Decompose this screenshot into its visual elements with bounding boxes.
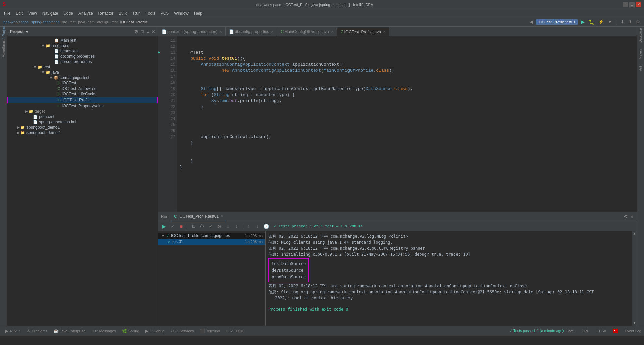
bc-java[interactable]: java — [78, 20, 85, 24]
tree-item-person-props[interactable]: 📄 person.properties — [7, 59, 158, 64]
bc-atguigu[interactable]: atguigu — [97, 20, 109, 24]
run-again-button[interactable]: ▶ — [160, 223, 168, 230]
run-output-scrollbar[interactable]: ▲ ▼ — [632, 231, 637, 326]
tab-close[interactable]: ✕ — [383, 30, 386, 34]
tree-item-beans-xml[interactable]: 📄 beans.xml — [7, 48, 158, 54]
version-control-push[interactable]: ⬆ — [627, 19, 633, 25]
event-log-label[interactable]: Event Log — [625, 329, 641, 333]
maven-icon[interactable]: Maven — [0, 49, 7, 56]
database-icon[interactable]: Database — [639, 28, 642, 43]
settings-icon[interactable]: ⚙ — [624, 214, 628, 219]
tree-item-maintest[interactable]: 📋 MainTest — [7, 38, 158, 43]
expand-button[interactable]: ↕ — [224, 223, 232, 230]
tab-debug[interactable]: ▶ 5: Debug — [143, 328, 167, 334]
menu-run[interactable]: Run — [130, 10, 143, 16]
scroll-down-arrow[interactable]: ▼ — [633, 321, 635, 325]
scroll-down-button[interactable]: ↓ — [254, 223, 261, 230]
bc-spring-annotation[interactable]: spring-annotation — [31, 20, 60, 24]
tree-item-iml[interactable]: 📄 spring-annotation.iml — [7, 119, 158, 125]
bc-test[interactable]: test — [70, 20, 76, 24]
menu-refactor[interactable]: Refactor — [96, 10, 116, 16]
bc-workspace[interactable]: idea-workspace — [3, 20, 29, 24]
tab-services[interactable]: ⚙ 8: Services — [168, 328, 196, 334]
tree-item-springboot-demo2[interactable]: ▶ 📁 springboot_demo2 — [7, 130, 158, 135]
bc-src[interactable]: src — [62, 20, 67, 24]
stop-button[interactable]: ■ — [178, 223, 185, 230]
tree-item-target[interactable]: ▶ 📁 target — [7, 109, 158, 114]
tab-run[interactable]: ▶ 4: Run — [3, 328, 23, 334]
tab-spring[interactable]: 🌿 Spring — [119, 328, 142, 334]
tab-messages[interactable]: ≡ 0: Messages — [89, 328, 118, 334]
dropdown-arrow[interactable]: ▼ — [25, 29, 29, 34]
scroll-up-button[interactable]: ↑ — [245, 223, 252, 230]
menu-file[interactable]: File — [1, 10, 13, 16]
menu-build[interactable]: Build — [116, 10, 130, 16]
menu-window[interactable]: Window — [171, 10, 191, 16]
tab-problems[interactable]: ⚠ Problems — [24, 328, 50, 334]
menu-vcs[interactable]: VCS — [158, 10, 172, 16]
tab-close[interactable]: ✕ — [271, 30, 274, 34]
run-tree-suite[interactable]: ▼ ✓ IOCTest_Profile (com.atguigu.tes 1 s… — [158, 233, 265, 239]
tree-item-test[interactable]: ▼ 📁 test — [7, 64, 158, 70]
sort-alpha-button[interactable]: ⇅ — [190, 223, 197, 230]
bc-ioctest-profile[interactable]: IOCTest_Profile — [120, 20, 148, 24]
close-panel-icon[interactable]: ✕ — [151, 29, 155, 34]
show-passed-button[interactable]: ✓ — [207, 223, 214, 230]
collapse-button[interactable]: ↕ — [233, 223, 240, 230]
menu-code[interactable]: Code — [61, 10, 76, 16]
tree-item-java[interactable]: ▼ 📁 java — [7, 70, 158, 75]
sort-duration-button[interactable]: ⏱ — [198, 223, 206, 230]
tab-mainconfig[interactable]: C MainConfigOfProfile.java ✕ — [277, 27, 337, 36]
tab-close[interactable]: ✕ — [331, 30, 334, 34]
menu-edit[interactable]: Edit — [13, 10, 25, 16]
more-run-options[interactable]: ▼ — [606, 19, 613, 25]
structure-icon[interactable]: Structure — [0, 39, 7, 46]
maximize-button[interactable]: □ — [629, 2, 635, 7]
tab-java-enterprise[interactable]: ☕ Java Enterprise — [51, 328, 88, 334]
scroll-up-arrow[interactable]: ▲ — [633, 232, 635, 236]
menu-navigate[interactable]: Navigate — [40, 10, 61, 16]
settings-button[interactable]: ⚙ — [635, 19, 641, 25]
tree-item-com-atguigu-test[interactable]: ▼ 📦 com.atguigu.test — [7, 75, 158, 80]
code-content[interactable]: @Test public void test01(){ AnnotationCo… — [177, 36, 637, 212]
run-tree-test01[interactable]: ✓ test01 1 s 208 ms — [158, 239, 265, 245]
collapse-icon[interactable]: ≡ — [147, 29, 149, 34]
show-ignored-button[interactable]: ⊘ — [216, 223, 223, 230]
nav-back[interactable]: ◀ — [528, 19, 534, 25]
tree-item-ioctest-lifecycle[interactable]: C IOCTest_LifeCycle — [7, 91, 158, 97]
minimize-button[interactable]: — — [623, 2, 628, 7]
menu-view[interactable]: View — [25, 10, 40, 16]
rerun-failed-button[interactable]: ✓ — [169, 223, 176, 230]
tree-item-ioctest-autowired[interactable]: C IOCTest_Autowired — [7, 86, 158, 91]
menu-tools[interactable]: Tools — [143, 10, 158, 16]
run-tab-close[interactable]: ✕ — [221, 214, 223, 218]
tab-terminal[interactable]: ⬛ Terminal — [197, 328, 223, 334]
run-tab-active[interactable]: C IOCTest_Profile.test01 ✕ — [171, 212, 226, 221]
tab-ioctest-profile[interactable]: C IOCTest_Profile.java ✕ — [337, 27, 389, 36]
tree-item-pom-xml[interactable]: 📄 pom.xml — [7, 114, 158, 119]
version-control-update[interactable]: ⬇ — [619, 19, 626, 25]
tab-todo[interactable]: ≡ 6: TODO — [223, 328, 247, 334]
tree-item-ioctest-propertyvalue[interactable]: C IOCTest_PropertyValue — [7, 103, 158, 109]
run-button[interactable]: ▶ — [579, 18, 586, 26]
gear-icon[interactable]: ⚙ — [134, 29, 139, 34]
tab-close[interactable]: ✕ — [219, 30, 222, 34]
bc-test2[interactable]: test — [112, 20, 118, 24]
tab-dbconfig[interactable]: 📄 dbconfig.properties ✕ — [226, 27, 277, 36]
tab-pom-xml[interactable]: 📄 pom.xml (spring-annotation) ✕ — [158, 27, 226, 36]
tree-item-springboot-demo1[interactable]: ▶ 📁 springboot_demo1 — [7, 125, 158, 130]
sort-icon[interactable]: ⇅ — [141, 29, 145, 34]
ant-icon[interactable]: Ant — [639, 66, 642, 71]
debug-button[interactable]: 🐛 — [587, 19, 596, 25]
tree-item-ioctest-profile[interactable]: C IOCTest_Profile — [7, 97, 158, 103]
maven-right-icon[interactable]: Maven — [639, 49, 642, 59]
tree-item-ioctest[interactable]: C IOCTest — [7, 80, 158, 86]
bc-com[interactable]: com — [88, 20, 95, 24]
menu-analyze[interactable]: Analyze — [76, 10, 96, 16]
run-config-selector[interactable]: IOCTest_Profile.test01 — [536, 19, 578, 25]
close-run-icon[interactable]: ✕ — [630, 214, 634, 219]
coverage-button[interactable]: ⚡ — [597, 19, 605, 25]
tree-item-resources[interactable]: ▼ 📁 resources — [7, 43, 158, 48]
close-button[interactable]: ✕ — [636, 2, 641, 7]
clock-button[interactable]: 🕐 — [262, 223, 270, 230]
